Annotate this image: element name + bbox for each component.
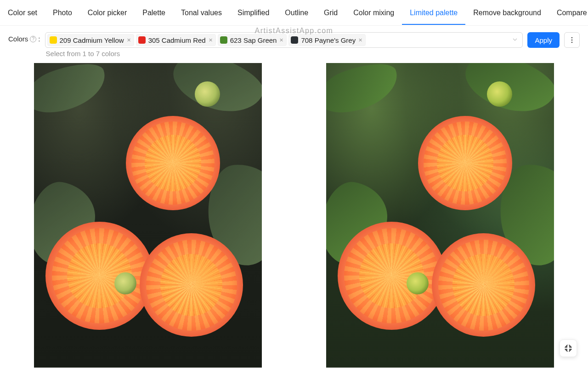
color-tag-sap-green[interactable]: 623 Sap Green ✕ xyxy=(218,34,287,46)
svg-point-0 xyxy=(571,37,573,39)
svg-point-1 xyxy=(571,40,573,41)
swatch-icon xyxy=(138,36,146,44)
color-tag-cadmium-red[interactable]: 305 Cadmium Red ✕ xyxy=(136,34,216,46)
colors-help-icon[interactable]: ? xyxy=(30,36,36,42)
apply-button[interactable]: Apply xyxy=(527,32,560,48)
chevron-down-icon[interactable] xyxy=(512,36,518,44)
colors-label: Colors ? : xyxy=(8,32,40,43)
limited-palette-image[interactable] xyxy=(34,63,262,368)
tab-remove-background[interactable]: Remove background xyxy=(465,1,549,24)
colors-label-text: Colors xyxy=(8,35,28,43)
tab-photo[interactable]: Photo xyxy=(45,1,80,24)
main-tabs: Color set Photo Color picker Palette Ton… xyxy=(0,0,588,26)
swatch-icon xyxy=(220,36,227,44)
colors-select[interactable]: 209 Cadmium Yellow ✕ 305 Cadmium Red ✕ 6… xyxy=(45,32,523,48)
color-tag-label: 209 Cadmium Yellow xyxy=(60,36,124,44)
tab-palette[interactable]: Palette xyxy=(135,1,173,24)
close-icon[interactable]: ✕ xyxy=(358,38,362,43)
limited-palette-toolbar: Colors ? : 209 Cadmium Yellow ✕ 305 Cadm… xyxy=(0,26,588,60)
tab-grid[interactable]: Grid xyxy=(316,1,345,24)
tab-color-picker[interactable]: Color picker xyxy=(80,1,135,24)
colors-helper-text: Select from 1 to 7 colors xyxy=(45,50,523,58)
color-tag-paynes-grey[interactable]: 708 Payne's Grey ✕ xyxy=(288,34,366,46)
tab-color-set[interactable]: Color set xyxy=(0,1,45,24)
color-tag-label: 305 Cadmium Red xyxy=(148,36,206,44)
svg-point-2 xyxy=(571,42,573,43)
colors-label-colon: : xyxy=(38,35,40,43)
tab-simplified[interactable]: Simplified xyxy=(230,1,277,24)
exit-fullscreen-button[interactable] xyxy=(560,339,577,357)
tab-outline[interactable]: Outline xyxy=(277,1,316,24)
tab-compare[interactable]: Compare xyxy=(549,1,588,24)
exit-fullscreen-icon xyxy=(564,344,572,352)
color-tag-cadmium-yellow[interactable]: 209 Cadmium Yellow ✕ xyxy=(47,34,134,46)
color-tag-label: 623 Sap Green xyxy=(230,36,277,44)
swatch-icon xyxy=(291,36,298,44)
tab-tonal-values[interactable]: Tonal values xyxy=(173,1,230,24)
swatch-icon xyxy=(50,36,57,44)
original-image[interactable] xyxy=(326,63,554,368)
image-compare-area xyxy=(0,60,588,368)
more-vertical-icon[interactable] xyxy=(564,32,580,48)
color-tag-label: 708 Payne's Grey xyxy=(301,36,356,44)
close-icon[interactable]: ✕ xyxy=(127,38,131,43)
tab-color-mixing[interactable]: Color mixing xyxy=(345,1,402,24)
close-icon[interactable]: ✕ xyxy=(279,38,283,43)
close-icon[interactable]: ✕ xyxy=(209,38,213,43)
tab-limited-palette[interactable]: Limited palette xyxy=(402,1,465,24)
